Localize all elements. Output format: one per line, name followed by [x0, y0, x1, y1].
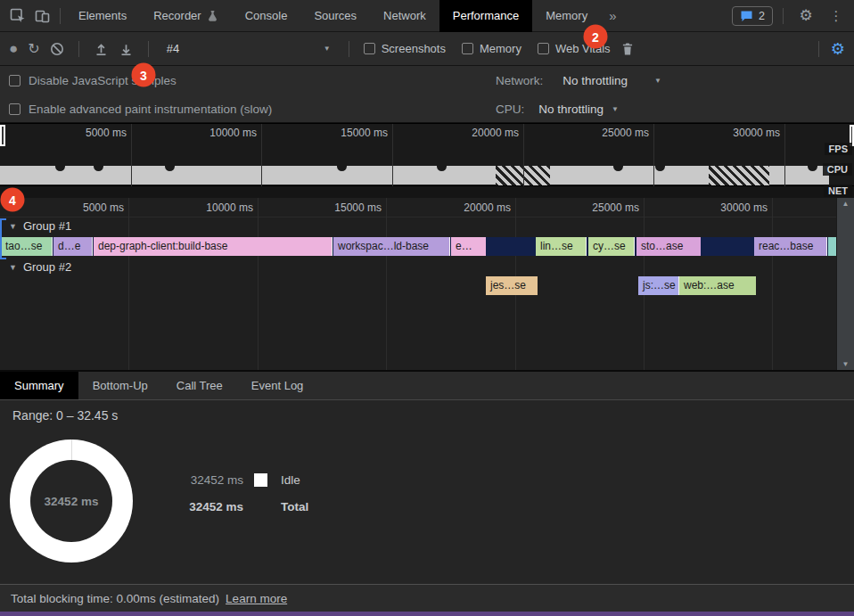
cpu-idle-notch — [613, 166, 623, 171]
load-profile-icon[interactable] — [94, 42, 109, 56]
reload-and-record-button[interactable]: ↻ — [28, 40, 39, 57]
tab-performance[interactable]: Performance — [439, 0, 532, 32]
checkbox-box[interactable] — [462, 43, 473, 54]
flame-bar[interactable]: d…e — [53, 237, 93, 256]
kebab-menu-icon[interactable]: ⋮ — [824, 4, 849, 29]
paint-instrumentation-checkbox[interactable] — [9, 103, 21, 115]
flame-bar[interactable]: dep-graph-client:build-base — [94, 237, 333, 256]
cpu-idle-notch — [165, 166, 175, 171]
clear-recording-icon[interactable] — [50, 42, 64, 56]
overview-gridline — [653, 124, 654, 186]
group-header-group-2[interactable]: ▼Group #2 — [9, 260, 71, 274]
network-throttling-row: Network: No throttling ▼ — [496, 66, 661, 94]
divider — [148, 41, 149, 57]
history-select[interactable]: #4 ▼ — [163, 42, 334, 55]
tab-console[interactable]: Console — [232, 0, 301, 32]
overview-tick-label: 30000 ms — [733, 127, 784, 139]
timeline-tick-label: 15000 ms — [334, 201, 386, 214]
cpu-idle-notch — [437, 166, 447, 171]
chevron-down-icon[interactable]: ▼ — [612, 105, 619, 113]
checkbox-label: Screenshots — [382, 42, 446, 55]
performance-toolbar: ● ↻ #4 ▼ ScreenshotsMemoryWeb Vitals ⚙ — [0, 32, 854, 66]
legend-swatch — [254, 500, 267, 513]
track-row: tao…sed…edep-graph-client:build-basework… — [0, 237, 836, 256]
network-throttling-select[interactable]: No throttling — [562, 74, 628, 87]
capture-settings-pane: Disable JavaScript samples Enable advanc… — [0, 66, 854, 123]
flame-bar[interactable]: js:…se — [638, 276, 679, 295]
timeline-tick-label: 25000 ms — [592, 201, 644, 214]
lane-label-fps: FPS — [825, 143, 852, 155]
flame-bar[interactable]: lin…se — [536, 237, 587, 256]
paint-instrumentation-label: Enable advanced paint instrumentation (s… — [29, 103, 272, 116]
trash-icon[interactable] — [620, 42, 635, 56]
more-tabs-button[interactable]: » — [601, 8, 624, 23]
flame-bar[interactable]: jes…se — [486, 276, 538, 295]
overview-tick-label: 25000 ms — [602, 127, 653, 139]
chevron-down-icon[interactable]: ▼ — [654, 77, 661, 85]
console-badge-count: 2 — [759, 10, 765, 22]
overview-gridline — [784, 124, 785, 186]
flame-bar[interactable]: reac…base — [754, 237, 827, 256]
console-messages-badge[interactable]: 2 — [732, 6, 773, 26]
scroll-down-icon[interactable]: ▼ — [842, 360, 850, 368]
overview-tick-label: 20000 ms — [472, 127, 523, 139]
paint-instrumentation-row[interactable]: Enable advanced paint instrumentation (s… — [9, 94, 272, 123]
timeline-tick-label: 5000 ms — [83, 201, 128, 214]
devtools-tab-strip: ElementsRecorderConsoleSourcesNetworkPer… — [65, 0, 601, 32]
overview-left-handle[interactable] — [0, 125, 5, 146]
device-toolbar-button[interactable] — [30, 4, 55, 29]
inspect-cursor-icon — [10, 8, 26, 24]
tab-elements[interactable]: Elements — [65, 0, 140, 32]
disable-js-samples-checkbox[interactable] — [9, 75, 21, 86]
flame-bar[interactable]: cy…se — [588, 237, 635, 256]
divider — [783, 8, 784, 24]
selection-bracket — [0, 218, 6, 259]
flame-chart[interactable]: ▲ ▼ 5000 ms10000 ms15000 ms20000 ms25000… — [0, 198, 854, 370]
cpu-throttling-select[interactable]: No throttling — [538, 103, 604, 116]
inspect-element-button[interactable] — [5, 4, 30, 29]
tab-sources[interactable]: Sources — [300, 0, 370, 32]
group-header-group-1[interactable]: ▼Group #1 — [9, 219, 71, 233]
tabbar-right-cluster: 2 ⚙ ⋮ — [732, 4, 849, 29]
tab-call-tree[interactable]: Call Tree — [162, 372, 237, 399]
divider — [349, 41, 349, 57]
flame-bar[interactable]: web:…ase — [679, 276, 756, 295]
net-band — [0, 185, 854, 198]
cpu-idle-notch — [808, 166, 817, 171]
tab-network[interactable]: Network — [370, 0, 439, 32]
tab-summary[interactable]: Summary — [0, 372, 78, 399]
tab-recorder[interactable]: Recorder — [140, 0, 231, 32]
tab-bottom-up[interactable]: Bottom-Up — [78, 372, 162, 399]
tab-event-log[interactable]: Event Log — [237, 372, 318, 399]
tab-label: Sources — [314, 9, 357, 22]
donut-center-value: 32452 ms — [30, 460, 112, 542]
overview-gridline — [523, 124, 524, 186]
save-profile-icon[interactable] — [119, 42, 134, 56]
record-button[interactable]: ● — [9, 41, 18, 56]
lane-label-net: NET — [824, 185, 852, 197]
status-bar: Total blocking time: 0.00ms (estimated) … — [0, 584, 854, 612]
flame-bar[interactable]: workspac…ld-base — [333, 237, 450, 256]
capture-settings-gear-icon[interactable]: ⚙ — [831, 39, 845, 59]
legend-swatch — [254, 473, 267, 487]
checkbox-box[interactable] — [364, 43, 375, 54]
lane-label-cpu: CPU — [823, 163, 852, 176]
range-text: Range: 0 – 32.45 s — [12, 408, 118, 423]
overview-gridline — [392, 124, 393, 186]
vertical-scrollbar[interactable]: ▲ ▼ — [836, 198, 854, 370]
details-tab-bar: SummaryBottom-UpCall TreeEvent Log — [0, 372, 854, 400]
devtools-tab-bar: ElementsRecorderConsoleSourcesNetworkPer… — [0, 0, 854, 32]
checkbox-screenshots[interactable]: Screenshots — [364, 42, 446, 55]
cpu-activity-band — [0, 166, 829, 185]
checkbox-memory[interactable]: Memory — [462, 42, 521, 55]
divider — [60, 8, 61, 24]
flame-bar[interactable]: tao…se — [1, 237, 53, 256]
checkbox-box[interactable] — [538, 43, 549, 54]
learn-more-link[interactable]: Learn more — [226, 592, 287, 605]
flame-bar[interactable]: e… — [451, 237, 486, 256]
message-bubble-icon — [740, 10, 753, 22]
settings-gear-icon[interactable]: ⚙ — [793, 4, 818, 29]
flame-bar[interactable]: sto…ase — [636, 237, 701, 256]
overview-pane[interactable]: 5000 ms10000 ms15000 ms20000 ms25000 ms3… — [0, 123, 854, 198]
scroll-up-icon[interactable]: ▲ — [842, 200, 850, 208]
